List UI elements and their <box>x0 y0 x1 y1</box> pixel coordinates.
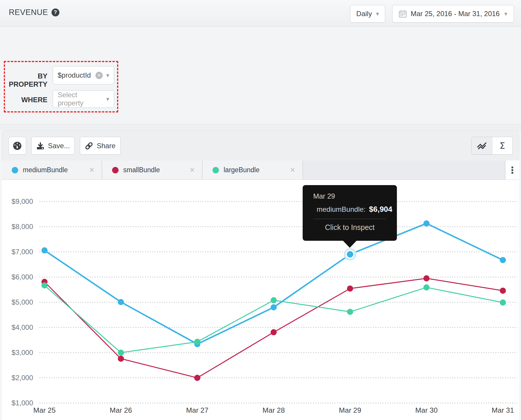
smallbundle-dot-icon <box>112 167 119 173</box>
series-line-smallBundle[interactable] <box>44 278 503 378</box>
y-axis-tick-label: $6,000 <box>12 273 33 281</box>
legend-chip-smallbundle[interactable]: smallBundle ✕ <box>102 161 203 180</box>
mediumbundle-dot-icon <box>12 167 18 173</box>
data-point-largeBundle[interactable] <box>194 339 200 345</box>
data-point-mediumBundle[interactable] <box>271 304 277 310</box>
help-icon[interactable]: ? <box>52 8 59 16</box>
legend-chip-mediumbundle[interactable]: mediumBundle ✕ <box>2 161 102 180</box>
x-axis-tick-label: Mar 25 <box>33 406 56 414</box>
remove-series-icon[interactable]: ✕ <box>190 166 195 174</box>
remove-series-icon[interactable]: ✕ <box>89 166 95 174</box>
chevron-down-icon: ▾ <box>376 11 379 17</box>
sum-mode-button[interactable]: Σ <box>492 137 513 154</box>
revenue-line-chart[interactable]: $9,000$8,000$7,000$6,000$5,000$4,000$3,0… <box>0 180 521 420</box>
y-axis-tick-label: $8,000 <box>12 223 33 231</box>
dashboard-button[interactable] <box>8 137 26 155</box>
legend-row: mediumBundle ✕ smallBundle ✕ largeBundle… <box>2 161 519 180</box>
save-label: Save... <box>48 142 70 150</box>
chevron-down-icon: ▾ <box>504 11 507 17</box>
data-point-smallBundle[interactable] <box>271 329 277 335</box>
tooltip-date: Mar 29 <box>313 192 386 200</box>
highlighted-data-point[interactable] <box>347 251 353 257</box>
page-title-text: REVENUE <box>9 8 48 17</box>
y-axis-tick-label: $3,000 <box>12 349 33 356</box>
chart-menu-button[interactable]: ⋮ <box>505 161 519 180</box>
clear-property-icon[interactable]: ✕ <box>95 72 103 79</box>
series-line-mediumBundle[interactable] <box>44 223 503 344</box>
where-label: WHERE <box>0 96 47 104</box>
x-axis-tick-label: Mar 28 <box>263 406 285 414</box>
chevron-down-icon: ▾ <box>106 72 109 78</box>
gauge-icon <box>13 141 22 151</box>
data-point-largeBundle[interactable] <box>118 350 124 356</box>
data-point-mediumBundle[interactable] <box>424 220 430 226</box>
share-button[interactable]: Share <box>80 137 121 155</box>
data-point-smallBundle[interactable] <box>118 356 124 362</box>
tooltip-divider <box>313 219 386 219</box>
y-axis-tick-label: $7,000 <box>12 248 33 256</box>
where-dropdown[interactable]: Select property ▾ <box>53 90 114 108</box>
series-line-largeBundle[interactable] <box>44 285 503 353</box>
y-axis-tick-label: $5,000 <box>12 298 33 306</box>
sigma-icon: Σ <box>500 141 505 151</box>
date-range-dropdown[interactable]: Mar 25, 2016 - Mar 31, 2016 ▾ <box>392 5 514 23</box>
chevron-down-icon: ▾ <box>106 96 109 102</box>
filter-section: BY PROPERTY $productId ✕ ▾ WHERE Select … <box>0 27 521 124</box>
y-axis-tick-label: $4,000 <box>12 323 33 331</box>
data-point-smallBundle[interactable] <box>194 375 200 381</box>
data-point-largeBundle[interactable] <box>271 297 277 303</box>
tooltip-action: Click to Inspect <box>313 223 386 232</box>
data-point-smallBundle[interactable] <box>347 286 353 292</box>
largebundle-dot-icon <box>212 167 219 173</box>
granularity-value: Daily <box>356 10 372 18</box>
tooltip-series-label: mediumBundle: <box>317 205 366 214</box>
data-point-largeBundle[interactable] <box>347 309 353 315</box>
data-point-largeBundle[interactable] <box>42 282 48 288</box>
by-property-value: $productId <box>58 71 92 79</box>
y-axis-tick-label: $2,000 <box>12 374 33 382</box>
where-placeholder: Select property <box>58 91 103 107</box>
save-icon <box>36 142 44 150</box>
x-axis-tick-label: Mar 27 <box>186 406 208 414</box>
save-button[interactable]: Save... <box>31 137 75 155</box>
share-label: Share <box>97 142 115 150</box>
x-axis-tick-label: Mar 30 <box>415 406 438 414</box>
data-point-mediumBundle[interactable] <box>500 257 506 263</box>
legend-filler <box>303 161 505 180</box>
section-divider-band <box>0 124 521 131</box>
by-property-dropdown[interactable]: $productId ✕ ▾ <box>53 66 114 84</box>
y-axis-tick-label: $1,000 <box>12 399 33 407</box>
data-point-largeBundle[interactable] <box>500 299 506 305</box>
trend-lines-icon <box>477 141 487 150</box>
calendar-icon <box>399 10 407 18</box>
granularity-dropdown[interactable]: Daily ▾ <box>350 5 385 23</box>
chart-mode-toggle: Σ <box>471 137 513 155</box>
kebab-menu-icon: ⋮ <box>508 165 517 175</box>
header-bar: REVENUE ? Daily ▾ Mar 25, 2016 - Mar 31,… <box>0 0 521 27</box>
tooltip-value: $6,904 <box>369 205 393 214</box>
legend-label: smallBundle <box>123 166 185 174</box>
x-axis-tick-label: Mar 31 <box>492 406 514 414</box>
link-icon <box>85 142 93 150</box>
remove-series-icon[interactable]: ✕ <box>290 166 295 174</box>
legend-label: largeBundle <box>224 166 285 174</box>
by-property-label: BY PROPERTY <box>0 72 47 88</box>
y-axis-tick-label: $9,000 <box>12 197 33 205</box>
date-range-value: Mar 25, 2016 - Mar 31, 2016 <box>411 10 500 18</box>
data-point-smallBundle[interactable] <box>424 275 430 281</box>
data-point-mediumBundle[interactable] <box>42 247 48 253</box>
chart-tooltip[interactable]: Mar 29 mediumBundle: $6,904 Click to Ins… <box>303 185 397 241</box>
data-point-mediumBundle[interactable] <box>118 299 124 305</box>
line-chart-mode-button[interactable] <box>472 137 492 154</box>
legend-chip-largebundle[interactable]: largeBundle ✕ <box>203 161 303 180</box>
x-axis-tick-label: Mar 29 <box>339 406 361 414</box>
x-axis-tick-label: Mar 26 <box>110 406 132 414</box>
data-point-smallBundle[interactable] <box>500 288 506 294</box>
data-point-largeBundle[interactable] <box>424 284 430 291</box>
legend-label: mediumBundle <box>23 166 85 174</box>
page-title: REVENUE ? <box>9 8 59 17</box>
